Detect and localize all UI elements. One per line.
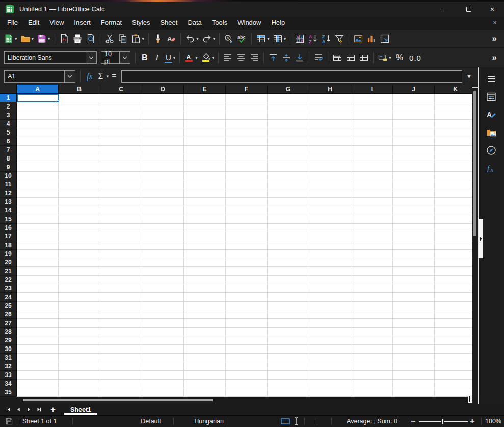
hide-sidebar-handle[interactable] — [479, 219, 483, 258]
column-header-I[interactable]: I — [351, 85, 393, 94]
align-top-button[interactable] — [267, 51, 279, 64]
row-header-16[interactable]: 16 — [0, 224, 17, 232]
row-header-2[interactable]: 2 — [0, 102, 17, 111]
sidebar-tab-sidebar-menu[interactable] — [483, 71, 500, 87]
scrollbar-corner[interactable] — [468, 395, 472, 403]
row-header-22[interactable]: 22 — [0, 276, 17, 284]
row-header-9[interactable]: 9 — [0, 163, 17, 172]
font-size-value[interactable]: 10 pt — [101, 52, 119, 63]
redo-dropdown-icon[interactable]: ▾ — [213, 36, 216, 41]
row-header-14[interactable]: 14 — [0, 206, 17, 215]
menu-item-insert[interactable]: Insert — [69, 18, 96, 28]
row-header-33[interactable]: 33 — [0, 371, 17, 380]
menu-item-data[interactable]: Data — [182, 18, 206, 28]
row-header-26[interactable]: 26 — [0, 310, 17, 319]
save-dropdown-icon[interactable]: ▾ — [48, 36, 50, 41]
paste-button[interactable]: ▾ — [130, 33, 146, 45]
font-size-dropdown-icon[interactable] — [119, 52, 130, 63]
menu-item-edit[interactable]: Edit — [23, 18, 44, 28]
clone-formatting-button[interactable] — [152, 33, 164, 45]
row-header-13[interactable]: 13 — [0, 198, 17, 206]
format-as-percent-button[interactable]: % — [393, 52, 406, 63]
open-folder-button[interactable]: ▾ — [19, 33, 35, 45]
highlighting-color-button[interactable]: ▾ — [200, 51, 216, 64]
row-header-27[interactable]: 27 — [0, 319, 17, 328]
row-header-15[interactable]: 15 — [0, 215, 17, 224]
row-header-20[interactable]: 20 — [0, 258, 17, 267]
column-header-G[interactable]: G — [268, 85, 309, 94]
row-header-32[interactable]: 32 — [0, 362, 17, 371]
toolbar-overflow-button[interactable]: » — [492, 52, 497, 63]
row-header-19[interactable]: 19 — [0, 250, 17, 258]
align-left-button[interactable] — [222, 51, 234, 64]
bold-button[interactable]: B — [139, 52, 151, 63]
format-as-currency-dropdown-icon[interactable]: ▾ — [389, 55, 391, 60]
maximize-button[interactable] — [457, 2, 481, 17]
document-modified-icon[interactable] — [5, 416, 13, 427]
column-header-E[interactable]: E — [184, 85, 226, 94]
copy-button[interactable] — [117, 33, 129, 45]
center-vertically-button[interactable] — [280, 51, 293, 64]
row-header-24[interactable]: 24 — [0, 293, 17, 302]
row-header-28[interactable]: 28 — [0, 328, 17, 336]
merge-cells-button[interactable] — [344, 51, 357, 64]
row-header-30[interactable]: 30 — [0, 345, 17, 354]
select-function-button[interactable]: Σ — [96, 72, 105, 81]
add-sheet-button[interactable]: + — [47, 405, 59, 415]
row-header-3[interactable]: 3 — [0, 111, 17, 120]
find-replace-button[interactable]: ad — [223, 33, 235, 45]
row-header-17[interactable]: 17 — [0, 232, 17, 241]
toolbar-overflow-button[interactable]: » — [492, 34, 497, 44]
select-all-corner[interactable] — [0, 85, 17, 94]
row-header-21[interactable]: 21 — [0, 267, 17, 276]
formula-input[interactable] — [121, 70, 462, 83]
insert-chart-button[interactable] — [365, 33, 378, 45]
split-window-handle[interactable] — [472, 87, 478, 88]
zoom-out-button[interactable]: − — [411, 416, 415, 427]
underline-dropdown-icon[interactable]: ▾ — [173, 55, 176, 60]
text-language[interactable]: Hungarian — [183, 416, 234, 427]
sidebar-tab-properties[interactable] — [483, 89, 500, 104]
sidebar-tab-navigator[interactable] — [483, 143, 500, 158]
font-name-combobox[interactable]: Liberation Sans — [4, 51, 97, 64]
row-header-35[interactable]: 35 — [0, 388, 17, 397]
font-size-combobox[interactable]: 10 pt — [101, 51, 130, 64]
row-header-10[interactable]: 10 — [0, 172, 17, 180]
close-button[interactable]: × — [481, 2, 504, 17]
column-header-J[interactable]: J — [393, 85, 435, 94]
menu-item-sheet[interactable]: Sheet — [155, 18, 182, 28]
row-header-12[interactable]: 12 — [0, 189, 17, 198]
wrap-text-button[interactable] — [312, 51, 325, 64]
row-header-1[interactable]: 1 — [0, 94, 17, 102]
column-header-A[interactable]: A — [17, 85, 59, 94]
format-as-currency-button[interactable]: ▾ — [377, 51, 392, 64]
column-header-B[interactable]: B — [59, 85, 100, 94]
column-header-F[interactable]: F — [226, 85, 268, 94]
expand-formula-bar-icon[interactable]: ▼ — [462, 73, 476, 79]
underline-button[interactable]: U▾ — [164, 52, 176, 64]
highlighting-color-dropdown-icon[interactable]: ▾ — [212, 55, 215, 60]
font-color-button[interactable]: A▾ — [183, 51, 199, 64]
row-header-34[interactable]: 34 — [0, 380, 17, 388]
last-sheet-button[interactable] — [34, 407, 44, 412]
paste-dropdown-icon[interactable]: ▾ — [142, 36, 145, 41]
vertical-scrollbar-thumb[interactable] — [473, 91, 476, 236]
row-header-6[interactable]: 6 — [0, 137, 17, 146]
align-center-button[interactable] — [235, 51, 247, 64]
align-bottom-button[interactable] — [294, 51, 306, 64]
row-header-5[interactable]: 5 — [0, 128, 17, 137]
formula-button[interactable]: = — [109, 72, 119, 81]
horizontal-scrollbar[interactable] — [0, 397, 478, 404]
insert-image-button[interactable] — [352, 33, 364, 45]
merge-and-center-cells-button[interactable] — [331, 51, 343, 64]
menu-item-file[interactable]: File — [2, 18, 23, 28]
minimize-button[interactable] — [434, 2, 457, 17]
insert-row-dropdown-icon[interactable]: ▾ — [267, 36, 270, 41]
print-preview-button[interactable] — [85, 33, 97, 45]
insert-column-button[interactable]: ▾ — [272, 33, 287, 45]
name-box-dropdown-icon[interactable] — [64, 71, 75, 82]
sort-button[interactable]: AZZA — [294, 33, 306, 45]
row-header-25[interactable]: 25 — [0, 302, 17, 310]
insert-row-button[interactable]: ▾ — [255, 33, 271, 45]
sheet-tab-sheet1[interactable]: Sheet1 — [62, 404, 99, 415]
